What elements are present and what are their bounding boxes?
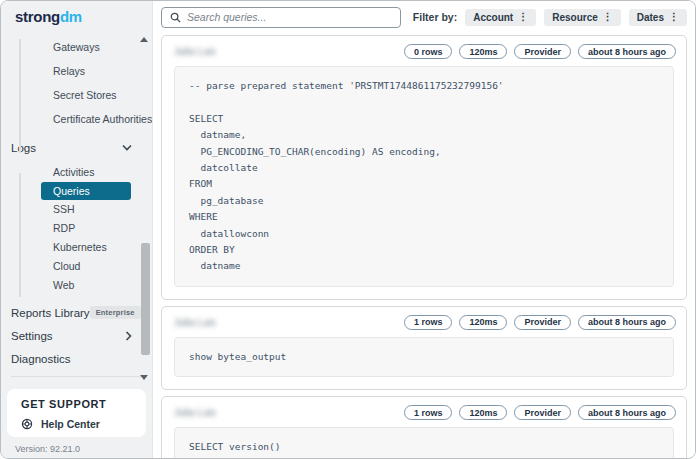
query-card[interactable]: Julia Luis 0 rows 120ms Provider about 8…	[161, 35, 687, 300]
time-badge: about 8 hours ago	[578, 405, 676, 420]
redacted-user-name: Julia Luis	[174, 407, 216, 418]
sidebar-scroll-up-arrow[interactable]	[140, 37, 148, 42]
kebab-menu-icon: ⋮	[518, 12, 528, 22]
sidebar-item-settings[interactable]: Settings	[1, 324, 152, 347]
provider-badge: Provider	[514, 405, 571, 420]
sidebar-item-ssh[interactable]: SSH	[1, 200, 152, 219]
query-badges: 1 rows 120ms Provider about 8 hours ago	[404, 315, 676, 330]
redacted-user-name: Julia Luis	[174, 317, 216, 328]
query-badges: 1 rows 120ms Provider about 8 hours ago	[404, 405, 676, 420]
query-sql-text: -- parse prepared statement 'PRSTMT17448…	[174, 66, 674, 287]
search-box	[161, 7, 401, 28]
sidebar-item-download-install[interactable]: Download & Install	[1, 383, 152, 385]
sidebar-scrollbar-thumb[interactable]	[141, 243, 150, 355]
chevron-down-icon	[122, 144, 132, 151]
query-sql-text: SELECT version()	[174, 427, 674, 458]
sidebar-item-logs[interactable]: Logs	[1, 136, 152, 159]
sidebar-item-relays[interactable]: Relays	[1, 59, 152, 83]
sidebar-item-gateways[interactable]: Gateways	[1, 35, 152, 59]
provider-badge: Provider	[514, 44, 571, 59]
query-card-header: Julia Luis 1 rows 120ms Provider about 8…	[162, 307, 686, 337]
search-input[interactable]	[187, 11, 392, 23]
filter-dates-button[interactable]: Dates ⋮	[629, 9, 687, 26]
sidebar-item-queries[interactable]: Queries	[41, 182, 131, 200]
rows-badge: 1 rows	[404, 315, 453, 330]
life-ring-icon	[21, 418, 33, 430]
query-card[interactable]: Julia Luis 1 rows 120ms Provider about 8…	[161, 306, 687, 390]
reports-library-label: Reports Library	[11, 307, 90, 319]
provider-badge: Provider	[514, 315, 571, 330]
strongdm-logo[interactable]: strongdm	[15, 8, 82, 25]
app-window: strongdm Gateways Relays Secret Stores C…	[0, 0, 696, 459]
sidebar-item-rdp[interactable]: RDP	[1, 219, 152, 238]
sidebar-divider	[11, 376, 142, 377]
sidebar-item-reports-library[interactable]: Reports Library Enterprise	[1, 301, 152, 324]
duration-badge: 120ms	[459, 315, 507, 330]
filter-resource-button[interactable]: Resource ⋮	[544, 9, 621, 26]
logo-dm-text: dm	[60, 8, 82, 25]
version-text: Version: 92.21.0	[1, 437, 152, 454]
kebab-menu-icon: ⋮	[603, 12, 613, 22]
sidebar-item-cloud[interactable]: Cloud	[1, 257, 152, 276]
filter-account-label: Account	[473, 12, 513, 23]
query-sql-text: show bytea_output	[174, 337, 674, 377]
diagnostics-label: Diagnostics	[11, 353, 70, 365]
logo-strong-text: strong	[15, 8, 60, 25]
sidebar-item-diagnostics[interactable]: Diagnostics	[1, 347, 152, 370]
kebab-menu-icon: ⋮	[669, 12, 679, 22]
logs-subitems: Activities Queries SSH RDP Kubernetes Cl…	[1, 159, 152, 301]
search-icon	[170, 12, 181, 23]
sidebar-nav: Gateways Relays Secret Stores Certificat…	[1, 31, 152, 385]
query-badges: 0 rows 120ms Provider about 8 hours ago	[404, 44, 676, 59]
main-area: Filter by: Account ⋮ Resource ⋮ Dates ⋮ …	[153, 1, 695, 458]
sidebar-scroll-down-arrow[interactable]	[140, 375, 148, 380]
enterprise-badge: Enterprise	[90, 306, 141, 319]
sidebar: strongdm Gateways Relays Secret Stores C…	[1, 1, 153, 458]
help-center-link[interactable]: Help Center	[21, 418, 146, 430]
topbar: Filter by: Account ⋮ Resource ⋮ Dates ⋮	[153, 1, 695, 33]
sidebar-item-secret-stores[interactable]: Secret Stores	[1, 83, 152, 107]
help-center-label: Help Center	[41, 418, 100, 430]
duration-badge: 120ms	[459, 44, 507, 59]
query-card-header: Julia Luis 0 rows 120ms Provider about 8…	[162, 36, 686, 66]
filter-account-button[interactable]: Account ⋮	[465, 9, 536, 26]
get-support-heading: GET SUPPORT	[21, 398, 146, 410]
redacted-user-name: Julia Luis	[174, 46, 216, 57]
settings-label: Settings	[11, 330, 53, 342]
get-support-card: GET SUPPORT Help Center	[7, 389, 146, 437]
sidebar-item-certificate-authorities[interactable]: Certificate Authorities	[1, 107, 152, 131]
sidebar-item-web[interactable]: Web	[1, 276, 152, 295]
query-card-header: Julia Luis 1 rows 120ms Provider about 8…	[162, 397, 686, 427]
chevron-right-icon	[125, 331, 132, 341]
logo-row: strongdm	[1, 1, 152, 31]
duration-badge: 120ms	[459, 405, 507, 420]
rows-badge: 1 rows	[404, 405, 453, 420]
filter-dates-label: Dates	[637, 12, 664, 23]
sidebar-item-activities[interactable]: Activities	[1, 163, 152, 182]
logs-label: Logs	[11, 142, 36, 154]
filter-by-label: Filter by:	[413, 11, 457, 23]
filter-resource-label: Resource	[552, 12, 598, 23]
rows-badge: 0 rows	[404, 44, 453, 59]
query-card[interactable]: Julia Luis 1 rows 120ms Provider about 8…	[161, 396, 687, 458]
sidebar-item-kubernetes[interactable]: Kubernetes	[1, 238, 152, 257]
time-badge: about 8 hours ago	[578, 315, 676, 330]
query-list: Julia Luis 0 rows 120ms Provider about 8…	[153, 33, 695, 458]
time-badge: about 8 hours ago	[578, 44, 676, 59]
